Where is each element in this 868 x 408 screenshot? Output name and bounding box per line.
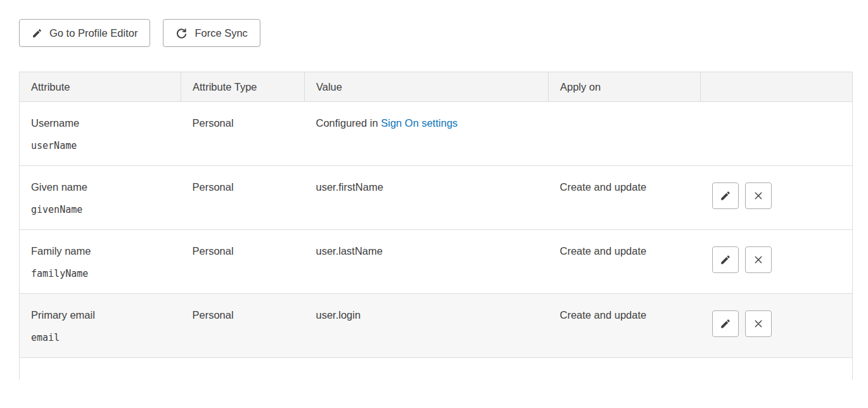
table-row-given-name: Given name givenName Personal user.first… <box>20 166 853 230</box>
cell-apply-on: Create and update <box>549 230 701 294</box>
sign-on-settings-link[interactable]: Sign On settings <box>381 117 457 129</box>
cell-attribute: Given name givenName <box>20 166 181 230</box>
delete-mapping-button[interactable] <box>745 246 772 273</box>
cell-value: Configured in Sign On settings <box>305 102 549 166</box>
cell-actions <box>701 102 853 166</box>
attribute-label: Username <box>31 117 171 129</box>
edit-mapping-button[interactable] <box>712 182 739 209</box>
cell-actions <box>701 166 853 230</box>
cell-apply-on: Create and update <box>549 294 701 358</box>
x-icon <box>753 191 763 201</box>
cell-value: user.lastName <box>305 230 549 294</box>
table-row-family-name: Family name familyName Personal user.las… <box>20 230 853 294</box>
cell-attribute-type: Personal <box>181 230 305 294</box>
cell-attribute-type: Personal <box>181 166 305 230</box>
force-sync-label: Force Sync <box>195 27 247 39</box>
attribute-mapping-table: Attribute Attribute Type Value Apply on … <box>19 72 853 379</box>
cell-attribute: Primary email email <box>20 294 181 358</box>
header-apply-on: Apply on <box>549 72 701 102</box>
attribute-name: email <box>31 332 171 343</box>
pencil-icon <box>720 190 731 201</box>
cell-actions <box>701 230 853 294</box>
toolbar: Go to Profile Editor Force Sync <box>19 19 852 47</box>
delete-mapping-button[interactable] <box>745 310 772 337</box>
table-row-username: Username userName Personal Configured in… <box>20 102 853 166</box>
attribute-mappings-page: Go to Profile Editor Force Sync Attribut… <box>0 0 868 408</box>
edit-mapping-button[interactable] <box>712 310 739 337</box>
cell-actions <box>701 294 853 358</box>
cell-value: user.login <box>305 294 549 358</box>
attribute-name: familyName <box>31 268 171 279</box>
row-actions <box>712 181 843 209</box>
go-to-profile-editor-button[interactable]: Go to Profile Editor <box>19 19 150 47</box>
x-icon <box>753 255 763 265</box>
attribute-label: Given name <box>31 181 171 193</box>
table-row-primary-email: Primary email email Personal user.login … <box>20 294 853 358</box>
attribute-name: givenName <box>31 204 171 215</box>
refresh-icon <box>176 27 188 39</box>
go-to-profile-editor-label: Go to Profile Editor <box>49 27 137 39</box>
edit-mapping-button[interactable] <box>712 246 739 273</box>
attribute-label: Primary email <box>31 309 171 321</box>
value-prefix: Configured in <box>316 117 381 129</box>
header-attribute: Attribute <box>20 72 181 102</box>
attribute-label: Family name <box>31 245 171 257</box>
force-sync-button[interactable]: Force Sync <box>163 19 260 47</box>
cell-attribute: Family name familyName <box>20 230 181 294</box>
delete-mapping-button[interactable] <box>745 182 772 209</box>
table-header-row: Attribute Attribute Type Value Apply on <box>20 72 853 102</box>
cell-attribute: Username userName <box>20 102 181 166</box>
x-icon <box>753 319 763 329</box>
cell-value: user.firstName <box>305 166 549 230</box>
cell-apply-on: Create and update <box>549 166 701 230</box>
header-attribute-type: Attribute Type <box>181 72 305 102</box>
cell-empty <box>20 358 853 379</box>
cell-apply-on <box>549 102 701 166</box>
header-value: Value <box>305 72 549 102</box>
attribute-name: userName <box>31 140 171 151</box>
row-actions <box>712 245 843 273</box>
header-actions <box>701 72 853 102</box>
cell-attribute-type: Personal <box>181 102 305 166</box>
pencil-icon <box>720 318 731 329</box>
pencil-icon <box>32 28 42 39</box>
table-row-partial <box>20 358 853 379</box>
row-actions <box>712 309 843 337</box>
cell-attribute-type: Personal <box>181 294 305 358</box>
pencil-icon <box>720 254 731 265</box>
